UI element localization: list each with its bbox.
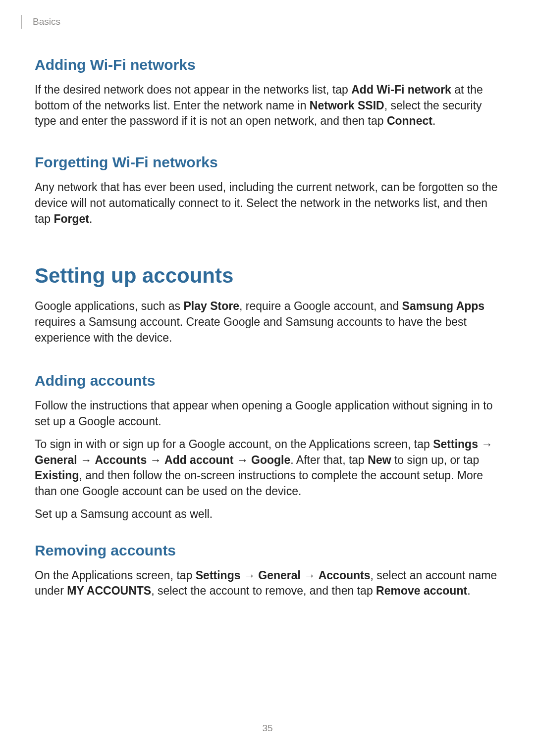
bold-text: Play Store xyxy=(183,300,239,312)
text: , require a Google account, and xyxy=(239,300,402,312)
bold-text: Add Wi-Fi network xyxy=(351,83,451,96)
text: . After that, tap xyxy=(290,454,368,466)
bold-text: Remove account xyxy=(376,584,467,597)
section-removing-accounts: Removing accounts On the Applications sc… xyxy=(35,540,500,599)
heading-adding-wifi: Adding Wi-Fi networks xyxy=(35,54,500,75)
bold-text: Existing xyxy=(35,469,79,482)
bold-text: Accounts xyxy=(319,569,371,582)
paragraph: Follow the instructions that appear when… xyxy=(35,398,500,429)
bold-text: Add account xyxy=(164,454,233,466)
bold-text: General xyxy=(35,454,77,466)
bold-text: Settings xyxy=(433,438,478,451)
bold-text: New xyxy=(368,454,391,466)
text: Any network that has ever been used, inc… xyxy=(35,181,498,225)
bold-text: Accounts xyxy=(95,454,147,466)
arrow-icon: → xyxy=(77,454,95,466)
bold-text: Forget xyxy=(54,212,89,225)
paragraph: Google applications, such as Play Store,… xyxy=(35,299,500,346)
section-adding-wifi: Adding Wi-Fi networks If the desired net… xyxy=(35,54,500,129)
text: , select the account to remove, and then… xyxy=(151,584,376,597)
arrow-icon: → xyxy=(147,454,164,466)
page-content: Adding Wi-Fi networks If the desired net… xyxy=(0,0,535,599)
section-setting-up-accounts: Setting up accounts Google applications,… xyxy=(35,261,500,346)
text: To sign in with or sign up for a Google … xyxy=(35,438,433,451)
heading-forgetting-wifi: Forgetting Wi-Fi networks xyxy=(35,152,500,173)
paragraph: If the desired network does not appear i… xyxy=(35,82,500,129)
page-number: 35 xyxy=(0,722,535,735)
arrow-icon: → xyxy=(241,569,259,582)
bold-text: Samsung Apps xyxy=(402,300,485,312)
bold-text: Google xyxy=(251,454,290,466)
text: . xyxy=(467,584,470,597)
bold-text: Network SSID xyxy=(310,99,384,112)
arrow-icon: → xyxy=(301,569,319,582)
section-forgetting-wifi: Forgetting Wi-Fi networks Any network th… xyxy=(35,152,500,227)
section-adding-accounts: Adding accounts Follow the instructions … xyxy=(35,370,500,522)
bold-text: General xyxy=(258,569,301,582)
text: to sign up, or tap xyxy=(391,454,480,466)
paragraph: Set up a Samsung account as well. xyxy=(35,506,500,522)
bold-text: Connect xyxy=(387,114,432,127)
text: . xyxy=(432,114,435,127)
arrow-icon: → xyxy=(478,438,492,451)
breadcrumb: Basics xyxy=(33,15,60,29)
paragraph: Any network that has ever been used, inc… xyxy=(35,180,500,227)
bold-text: MY ACCOUNTS xyxy=(67,584,151,597)
text: . xyxy=(89,212,92,225)
text: , and then follow the on-screen instruct… xyxy=(35,469,483,498)
heading-setting-up-accounts: Setting up accounts xyxy=(35,261,500,291)
heading-removing-accounts: Removing accounts xyxy=(35,540,500,561)
header-divider xyxy=(21,15,22,29)
paragraph: To sign in with or sign up for a Google … xyxy=(35,437,500,500)
bold-text: Settings xyxy=(196,569,241,582)
text: requires a Samsung account. Create Googl… xyxy=(35,315,467,344)
arrow-icon: → xyxy=(233,454,251,466)
page-header: Basics xyxy=(21,15,60,29)
text: Google applications, such as xyxy=(35,300,183,312)
paragraph: On the Applications screen, tap Settings… xyxy=(35,568,500,599)
text: If the desired network does not appear i… xyxy=(35,83,351,96)
heading-adding-accounts: Adding accounts xyxy=(35,370,500,391)
text: On the Applications screen, tap xyxy=(35,569,196,582)
